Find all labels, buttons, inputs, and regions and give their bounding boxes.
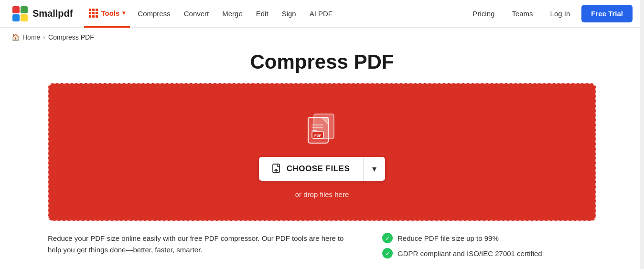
page-title: Compress PDF <box>0 51 644 73</box>
svg-rect-1 <box>12 6 20 13</box>
logo-text: Smallpdf <box>32 8 73 19</box>
header-right: Pricing Teams Log In Free Trial <box>467 5 633 22</box>
breadcrumb: 🏠 Home › Compress PDF <box>0 28 644 47</box>
scrollbar[interactable] <box>640 0 644 269</box>
choose-files-main: CHOOSE FILES <box>259 157 364 181</box>
home-icon: 🏠 <box>11 33 20 41</box>
feature-text-1: Reduce PDF file size up to 99% <box>397 234 499 242</box>
free-trial-button[interactable]: Free Trial <box>581 5 633 22</box>
breadcrumb-home[interactable]: Home <box>22 33 40 41</box>
nav-merge[interactable]: Merge <box>216 0 248 28</box>
teams-link[interactable]: Teams <box>506 7 538 21</box>
nav-compress[interactable]: Compress <box>132 0 176 28</box>
bottom-section: Reduce your PDF size online easily with … <box>0 233 644 259</box>
nav-convert[interactable]: Convert <box>178 0 215 28</box>
tools-label: Tools <box>101 9 119 17</box>
features-list: ✓ Reduce PDF file size up to 99% ✓ GDPR … <box>382 233 542 259</box>
logo-icon <box>11 5 29 22</box>
tools-chevron-icon: ▾ <box>122 10 125 16</box>
dropzone[interactable]: PDF CHOOSE FILES ▾ or drop files here <box>48 83 596 221</box>
nav-sign[interactable]: Sign <box>276 0 302 28</box>
feature-text-2: GDPR compliant and ISO/IEC 27001 certifi… <box>397 249 542 258</box>
choose-files-button[interactable]: CHOOSE FILES ▾ <box>259 157 386 181</box>
svg-rect-2 <box>21 6 28 13</box>
login-button[interactable]: Log In <box>545 7 576 21</box>
svg-text:PDF: PDF <box>314 134 322 137</box>
file-upload-icon <box>272 164 282 174</box>
pricing-link[interactable]: Pricing <box>467 7 501 21</box>
feature-item-1: ✓ Reduce PDF file size up to 99% <box>382 233 542 243</box>
breadcrumb-current: Compress PDF <box>48 33 94 41</box>
feature-item-2: ✓ GDPR compliant and ISO/IEC 27001 certi… <box>382 248 542 259</box>
main-nav: Compress Convert Merge Edit Sign AI PDF <box>132 0 467 28</box>
breadcrumb-separator: › <box>43 33 45 41</box>
pdf-illustration-icon: PDF <box>300 112 345 147</box>
grid-icon <box>89 9 98 18</box>
choose-files-label: CHOOSE FILES <box>287 164 350 174</box>
check-icon-1: ✓ <box>382 233 393 243</box>
nav-edit[interactable]: Edit <box>250 0 274 28</box>
tools-menu-button[interactable]: Tools ▾ <box>84 0 130 28</box>
nav-ai-pdf[interactable]: AI PDF <box>304 0 338 28</box>
svg-rect-3 <box>12 14 20 21</box>
logo-link[interactable]: Smallpdf <box>11 5 73 22</box>
header: Smallpdf Tools ▾ Compress Convert Merge … <box>0 0 644 28</box>
svg-rect-4 <box>21 14 28 21</box>
drop-files-text: or drop files here <box>295 190 349 198</box>
check-icon-2: ✓ <box>382 248 393 259</box>
page-description: Reduce your PDF size online easily with … <box>48 233 344 259</box>
dropdown-arrow-icon[interactable]: ▾ <box>364 157 385 181</box>
